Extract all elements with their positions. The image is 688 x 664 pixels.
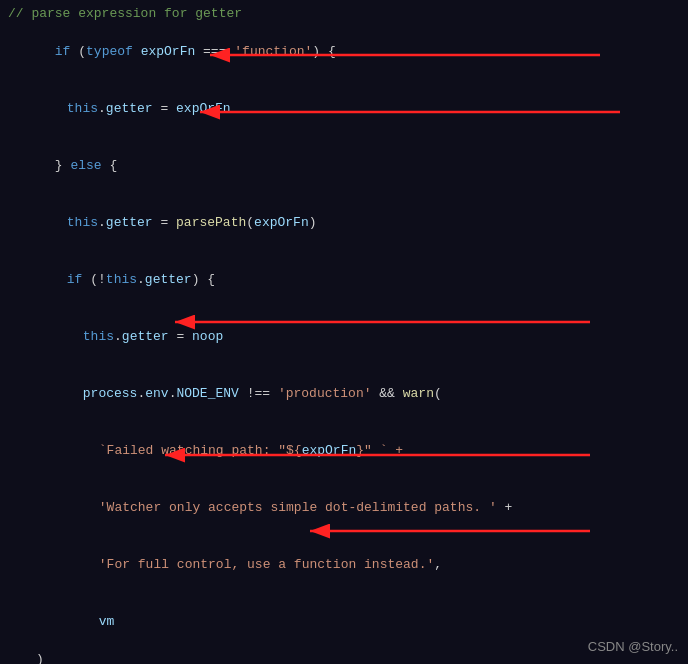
code-line-12: vm xyxy=(0,593,688,650)
code-line-7: this.getter = noop xyxy=(0,308,688,365)
code-line-2: if (typeof expOrFn === 'function') { xyxy=(0,23,688,80)
watermark: CSDN @Story.. xyxy=(588,639,678,654)
code-container: // parse expression for getter if (typeo… xyxy=(0,0,688,664)
code-line-11: 'For full control, use a function instea… xyxy=(0,536,688,593)
code-line-5: this.getter = parsePath(expOrFn) xyxy=(0,194,688,251)
code-line-6: if (!this.getter) { xyxy=(0,251,688,308)
code-line-8: process.env.NODE_ENV !== 'production' &&… xyxy=(0,365,688,422)
code-line-10: 'Watcher only accepts simple dot-delimit… xyxy=(0,479,688,536)
code-line-3: this.getter = expOrFn xyxy=(0,80,688,137)
code-line-13: ) xyxy=(0,650,688,664)
code-line-9: `Failed watching path: "${expOrFn}" ` + xyxy=(0,422,688,479)
code-line-1: // parse expression for getter xyxy=(0,4,688,23)
code-line-4: } else { xyxy=(0,137,688,194)
